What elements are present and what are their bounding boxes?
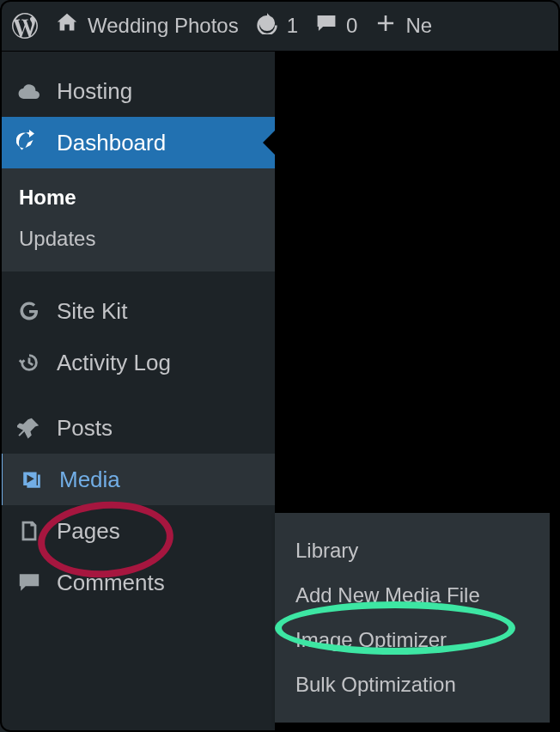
sidebar-item-comments[interactable]: Comments — [0, 557, 275, 608]
pages-icon — [15, 517, 43, 545]
home-icon — [55, 11, 79, 40]
history-icon — [15, 349, 43, 376]
sidebar-item-media[interactable]: Media — [0, 454, 275, 505]
dashboard-submenu: Home Updates — [0, 168, 275, 271]
comment-icon — [315, 12, 338, 40]
new-content-link[interactable]: Ne — [374, 12, 432, 40]
sidebar-item-label: Pages — [57, 518, 120, 545]
site-name: Wedding Photos — [88, 14, 239, 38]
cloud-icon — [15, 77, 43, 105]
sidebar-item-pages[interactable]: Pages — [0, 505, 275, 557]
dashboard-icon — [15, 129, 43, 156]
pin-icon — [15, 414, 43, 442]
sidebar-item-activity[interactable]: Activity Log — [0, 337, 275, 388]
media-icon — [18, 466, 46, 493]
sidebar-item-sitekit[interactable]: Site Kit — [0, 285, 275, 337]
updates-count: 1 — [287, 14, 298, 38]
submenu-item-updates[interactable]: Updates — [0, 218, 275, 259]
sitekit-icon — [15, 297, 43, 325]
sidebar-item-posts[interactable]: Posts — [0, 402, 275, 454]
sidebar-item-label: Dashboard — [57, 130, 166, 156]
comments-link[interactable]: 0 — [315, 12, 357, 40]
sidebar-item-label: Activity Log — [57, 350, 171, 376]
flyout-item-library[interactable]: Library — [275, 528, 550, 573]
sidebar-item-dashboard[interactable]: Dashboard — [0, 117, 275, 168]
refresh-icon — [256, 12, 278, 40]
flyout-item-image-optimizer[interactable]: Image Optimizer — [275, 618, 550, 662]
sidebar-item-label: Posts — [57, 415, 113, 442]
sidebar-item-label: Media — [59, 467, 120, 493]
sidebar-item-label: Site Kit — [57, 298, 127, 325]
sidebar-item-label: Comments — [57, 570, 165, 596]
site-link[interactable]: Wedding Photos — [55, 11, 239, 40]
updates-link[interactable]: 1 — [256, 12, 298, 40]
sidebar-item-hosting[interactable]: Hosting — [0, 65, 275, 117]
comments-count: 0 — [346, 14, 357, 38]
flyout-item-bulk-optimization[interactable]: Bulk Optimization — [275, 662, 550, 707]
comment-icon — [15, 569, 43, 596]
new-label: Ne — [405, 14, 432, 38]
plus-icon — [374, 12, 397, 40]
sidebar-item-label: Hosting — [57, 78, 132, 105]
admin-sidebar: Hosting Dashboard Home Updates Site Kit … — [0, 52, 275, 732]
media-flyout: Library Add New Media File Image Optimiz… — [275, 513, 550, 723]
admin-bar: Wedding Photos 1 0 Ne — [0, 0, 560, 52]
wordpress-logo-icon[interactable] — [12, 13, 38, 39]
submenu-item-home[interactable]: Home — [0, 177, 275, 218]
flyout-item-add-new[interactable]: Add New Media File — [275, 573, 550, 618]
